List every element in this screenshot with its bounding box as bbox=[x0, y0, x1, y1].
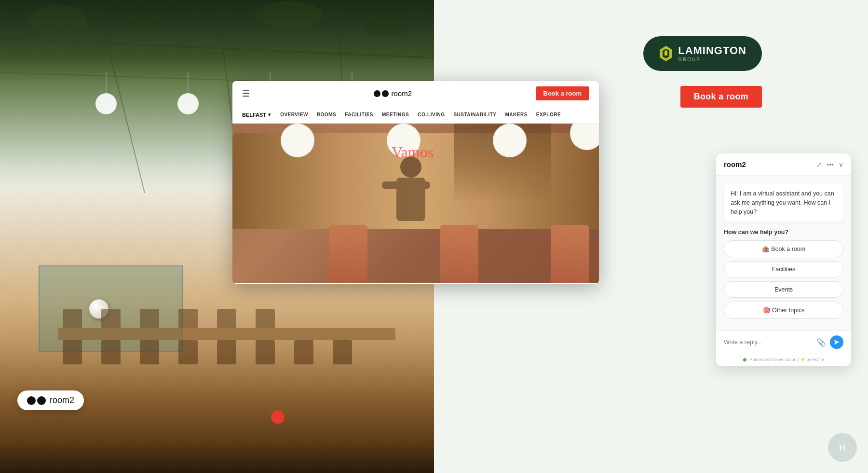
more-options-icon[interactable]: ••• bbox=[827, 161, 834, 168]
lamington-logo-text-block: LAMINGTON GROUP bbox=[678, 45, 746, 62]
mockup-subnav: BELFAST ▾ OVERVIEW ROOMS FACILITIES MEET… bbox=[232, 106, 599, 124]
svg-rect-15 bbox=[256, 340, 275, 364]
chat-reply-input[interactable] bbox=[724, 339, 813, 346]
website-mockup: ☰ room2 Book a room BELFAST ▾ OVERVIEW R… bbox=[232, 81, 599, 284]
lamington-logo[interactable]: LAMINGTON GROUP bbox=[643, 36, 762, 71]
red-notification-dot bbox=[271, 410, 285, 424]
attachment-icon[interactable]: 📎 bbox=[816, 338, 826, 347]
nav-logo-text: room2 bbox=[392, 89, 412, 97]
neon-sign: Vamos bbox=[387, 138, 445, 162]
chat-option-book-label: Book a room bbox=[771, 246, 805, 252]
svg-rect-10 bbox=[63, 340, 82, 364]
svg-rect-16 bbox=[294, 340, 313, 364]
hamburger-icon[interactable]: ☰ bbox=[242, 88, 250, 99]
desk-chairs bbox=[48, 280, 424, 425]
svg-point-6 bbox=[106, 0, 183, 27]
hero-pendant-3 bbox=[493, 124, 527, 157]
svg-point-5 bbox=[29, 5, 87, 34]
hero-stool-1 bbox=[329, 225, 367, 283]
svg-rect-22 bbox=[217, 309, 236, 328]
chat-greeting-bubble: Hi! I am a virtual assistant and you can… bbox=[724, 183, 843, 222]
svg-rect-19 bbox=[101, 309, 121, 328]
subnav-items: OVERVIEW ROOMS FACILITIES MEETINGS CO-LI… bbox=[280, 112, 561, 117]
subnav-makers[interactable]: MAKERS bbox=[505, 112, 527, 117]
svg-rect-13 bbox=[178, 340, 198, 364]
location-text: BELFAST bbox=[242, 112, 266, 118]
svg-text:Vamos: Vamos bbox=[392, 143, 434, 161]
badge-dot-1 bbox=[27, 396, 36, 405]
chat-footer: Automated conversation | ⚡ by HiJiffy bbox=[716, 354, 851, 366]
location-chevron: ▾ bbox=[268, 112, 271, 117]
svg-rect-34 bbox=[382, 181, 399, 189]
subnav-sustainability[interactable]: SUSTAINABILITY bbox=[453, 112, 496, 117]
lamington-logo-icon bbox=[659, 45, 673, 62]
subnav-location[interactable]: BELFAST ▾ bbox=[242, 112, 271, 118]
company-name: LAMINGTON bbox=[678, 45, 746, 56]
nav-logo: room2 bbox=[374, 89, 412, 97]
nav-dot-2 bbox=[382, 90, 389, 97]
nav-book-button[interactable]: Book a room bbox=[536, 86, 589, 100]
subnav-explore[interactable]: EXPLORE bbox=[536, 112, 561, 117]
bartender-silhouette bbox=[367, 153, 454, 259]
chat-option-events-label: Events bbox=[774, 286, 793, 293]
chat-input-row: 📎 bbox=[716, 330, 851, 354]
book-room-button-right[interactable]: Book a room bbox=[680, 86, 762, 108]
subnav-facilities[interactable]: FACILITIES bbox=[345, 112, 373, 117]
badge-text: room2 bbox=[50, 395, 74, 405]
chat-option-facilities[interactable]: Facilities bbox=[724, 261, 843, 278]
svg-point-25 bbox=[95, 93, 117, 114]
chat-option-other-label: Other topics bbox=[772, 307, 804, 314]
svg-rect-11 bbox=[101, 340, 121, 364]
subnav-coliving[interactable]: CO-LIVING bbox=[418, 112, 445, 117]
chat-header-actions: ⤢ ••• ∨ bbox=[816, 161, 843, 168]
svg-point-7 bbox=[256, 1, 323, 28]
chat-body: Hi! I am a virtual assistant and you can… bbox=[716, 176, 851, 330]
send-icon bbox=[834, 339, 840, 345]
svg-rect-12 bbox=[140, 340, 159, 364]
chat-option-facilities-label: Facilities bbox=[772, 266, 796, 273]
hero-stool-3 bbox=[551, 225, 589, 283]
svg-rect-9 bbox=[58, 328, 395, 340]
svg-rect-35 bbox=[413, 181, 430, 189]
chat-footer-text: Automated conversation | ⚡ by HiJiffy bbox=[749, 357, 824, 362]
nav-dot-1 bbox=[374, 90, 380, 97]
svg-rect-14 bbox=[217, 340, 236, 364]
svg-point-27 bbox=[177, 93, 199, 114]
svg-point-8 bbox=[362, 12, 410, 36]
subnav-rooms[interactable]: ROOMS bbox=[317, 112, 336, 117]
svg-text:H: H bbox=[839, 443, 846, 453]
svg-line-0 bbox=[0, 39, 434, 58]
chat-help-text: How can we help you? bbox=[724, 229, 843, 236]
minimize-icon[interactable]: ∨ bbox=[839, 161, 843, 168]
chat-option-other[interactable]: 🎯 Other topics bbox=[724, 302, 843, 319]
chat-send-button[interactable] bbox=[830, 335, 843, 349]
mockup-navbar: ☰ room2 Book a room bbox=[232, 81, 599, 106]
chat-widget[interactable]: room2 ⤢ ••• ∨ Hi! I am a virtual assista… bbox=[716, 153, 851, 366]
badge-dot-2 bbox=[37, 396, 46, 405]
hero-pendant-1 bbox=[281, 124, 314, 157]
mockup-hero-image: Vamos bbox=[232, 124, 599, 283]
nav-logo-dots bbox=[374, 90, 389, 97]
chat-header: room2 ⤢ ••• ∨ bbox=[716, 153, 851, 176]
svg-rect-20 bbox=[140, 309, 159, 328]
svg-rect-21 bbox=[178, 309, 198, 328]
expand-icon[interactable]: ⤢ bbox=[816, 161, 822, 168]
room2-badge: room2 bbox=[17, 390, 84, 410]
badge-dots bbox=[27, 396, 46, 405]
subnav-meetings[interactable]: MEETINGS bbox=[382, 112, 409, 117]
company-subtitle: GROUP bbox=[678, 57, 746, 62]
svg-rect-23 bbox=[256, 309, 275, 328]
subnav-overview[interactable]: OVERVIEW bbox=[280, 112, 308, 117]
svg-rect-18 bbox=[63, 309, 82, 328]
chat-title: room2 bbox=[724, 160, 746, 168]
hijiffy-watermark: H bbox=[827, 432, 858, 463]
chat-option-events[interactable]: Events bbox=[724, 281, 843, 298]
chat-greeting-text: Hi! I am a virtual assistant and you can… bbox=[731, 190, 834, 215]
chat-option-book[interactable]: 🏨 Book a room bbox=[724, 240, 843, 257]
chat-footer-dot bbox=[743, 358, 746, 362]
hijiffy-watermark-svg: H bbox=[827, 432, 858, 463]
svg-rect-17 bbox=[333, 340, 352, 364]
